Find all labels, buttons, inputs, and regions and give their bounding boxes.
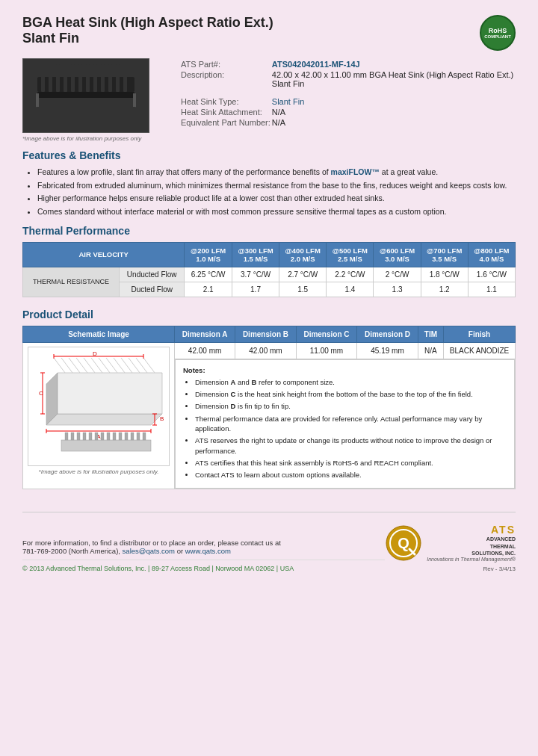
col-600-lfm: @600 LFM3.0 M/S (374, 242, 421, 267)
air-velocity-header: AIR VELOCITY (23, 242, 185, 267)
footer-area: For more information, to find a distribu… (22, 512, 516, 571)
note-2: Dimension C is the heat sink height from… (195, 389, 507, 399)
ducted-400: 1.5 (279, 282, 327, 297)
feature-item-3: Higher performance helps ensure reliable… (37, 193, 516, 204)
schematic-cell: D C A (23, 342, 175, 489)
svg-rect-5 (71, 64, 75, 92)
ats-part-value[interactable]: ATS042042011-MF-14J (272, 60, 360, 69)
schematic-image: D C A (28, 347, 170, 466)
unducted-300: 3.7 °C/W (232, 267, 279, 282)
ats-part-label: ATS Part#: (181, 60, 270, 69)
svg-marker-19 (58, 373, 162, 414)
rohs-badge: RoHS COMPLIANT (480, 15, 516, 51)
svg-text:C: C (39, 390, 43, 397)
footer-phone: 781-769-2000 (North America), (22, 547, 120, 555)
ducted-600: 1.3 (374, 282, 421, 297)
description-value: 42.00 x 42.00 x 11.00 mm BGA Heat Sink (… (272, 70, 514, 88)
feature-item-4: Comes standard without interface materia… (37, 206, 516, 217)
ats-logo-area: Q ATS ADVANCEDTHERMALSOLUTIONS, INC. Inn… (385, 524, 516, 571)
features-title: Features & Benefits (22, 149, 516, 163)
svg-marker-17 (46, 414, 162, 425)
svg-rect-12 (123, 66, 127, 92)
note-7: Contact ATS to learn about custom option… (195, 470, 507, 480)
svg-rect-49 (61, 440, 151, 451)
col-200-lfm: @200 LFM1.0 M/S (185, 242, 232, 267)
header-dim-a: Dimension A (175, 326, 235, 342)
ducted-300: 1.7 (232, 282, 279, 297)
col-700-lfm: @700 LFM3.5 M/S (421, 242, 468, 267)
svg-rect-56 (101, 433, 104, 440)
header-dim-d: Dimension D (357, 326, 418, 342)
features-section: Features & Benefits Features a low profi… (22, 149, 516, 217)
footer-email[interactable]: sales@qats.com (123, 547, 175, 555)
ducted-200: 2.1 (185, 282, 232, 297)
svg-rect-2 (49, 64, 52, 92)
footer-website[interactable]: www.qats.com (185, 547, 231, 555)
rohs-compliant: COMPLIANT (484, 34, 511, 39)
svg-rect-61 (131, 433, 134, 440)
feature-item-2: Fabricated from extruded aluminum, which… (37, 180, 516, 191)
heat-sink-type-value[interactable]: Slant Fin (272, 97, 304, 106)
unducted-800: 1.6 °C/W (468, 267, 515, 282)
ats-tagline: Innovations in Thermal Management® (427, 557, 516, 562)
equiv-part-value: N/A (272, 118, 514, 127)
note-4: Thermal performance data are provided fo… (195, 414, 507, 434)
footer-or: or (177, 547, 185, 555)
title-block: BGA Heat Sink (High Aspect Ratio Ext.) S… (22, 15, 273, 46)
rohs-text: RoHS (489, 27, 507, 34)
footer-contact-text: For more information, to find a distribu… (22, 539, 281, 547)
heat-sink-type-label: Heat Sink Type: (181, 97, 270, 106)
unducted-flow-label: Unducted Flow (120, 267, 185, 282)
svg-rect-4 (64, 64, 67, 92)
col-500-lfm: @500 LFM2.5 M/S (327, 242, 374, 267)
header-tim: TIM (418, 326, 443, 342)
thermal-performance-section: Thermal Performance AIR VELOCITY @200 LF… (22, 225, 516, 297)
svg-rect-13 (37, 92, 134, 98)
note-6: ATS certifies that this heat sink assemb… (195, 458, 507, 468)
svg-rect-16 (36, 107, 136, 111)
product-detail-section: Product Detail Schematic Image Dimension… (22, 309, 516, 490)
header-dim-c: Dimension C (296, 326, 357, 342)
product-detail-table: Schematic Image Dimension A Dimension B … (22, 326, 516, 490)
svg-rect-9 (101, 64, 105, 92)
svg-rect-8 (93, 64, 97, 92)
unducted-500: 2.2 °C/W (327, 267, 374, 282)
product-info-row: *Image above is for illustration purpose… (22, 58, 516, 142)
attachment-label: Heat Sink Attachment: (181, 108, 270, 117)
svg-rect-53 (83, 433, 86, 440)
svg-rect-57 (107, 433, 110, 440)
page: BGA Heat Sink (High Aspect Ratio Ext.) S… (0, 0, 538, 756)
svg-rect-3 (56, 64, 60, 92)
svg-rect-52 (77, 433, 80, 440)
features-list: Features a low profile, slant fin array … (22, 167, 516, 217)
ducted-700: 1.2 (421, 282, 468, 297)
unducted-600: 2 °C/W (374, 267, 421, 282)
svg-rect-54 (89, 433, 92, 440)
svg-text:Q: Q (398, 535, 409, 551)
product-detail-title: Product Detail (22, 309, 516, 322)
footer-left: For more information, to find a distribu… (22, 539, 385, 572)
finish-value: BLACK ANODIZE (444, 342, 516, 359)
dim-a-value: 42.00 mm (175, 342, 235, 359)
svg-rect-58 (113, 433, 116, 440)
dim-b-value: 42.00 mm (235, 342, 297, 359)
svg-rect-14 (36, 93, 39, 108)
equiv-part-label: Equivalent Part Number: (181, 118, 270, 127)
unducted-400: 2.7 °C/W (279, 267, 327, 282)
thermal-performance-table: AIR VELOCITY @200 LFM1.0 M/S @300 LFM1.5… (22, 242, 516, 297)
svg-rect-59 (119, 433, 122, 440)
thermal-performance-title: Thermal Performance (22, 225, 516, 238)
rev-note: Rev - 3/4/13 (385, 566, 516, 572)
svg-rect-51 (71, 433, 74, 440)
svg-rect-1 (41, 66, 45, 92)
unducted-200: 6.25 °C/W (185, 267, 232, 282)
header-dim-b: Dimension B (235, 326, 297, 342)
svg-rect-11 (116, 64, 120, 92)
schematic-note: *Image above is for illustration purpose… (28, 468, 170, 475)
svg-rect-63 (143, 433, 146, 440)
svg-rect-62 (137, 433, 140, 440)
ducted-500: 1.4 (327, 282, 374, 297)
copyright-text: © 2013 Advanced Thermal Solutions, Inc. (22, 565, 146, 572)
svg-text:B: B (160, 415, 164, 422)
footer-address: | 89-27 Access Road | Norwood MA 02062 |… (148, 565, 294, 572)
